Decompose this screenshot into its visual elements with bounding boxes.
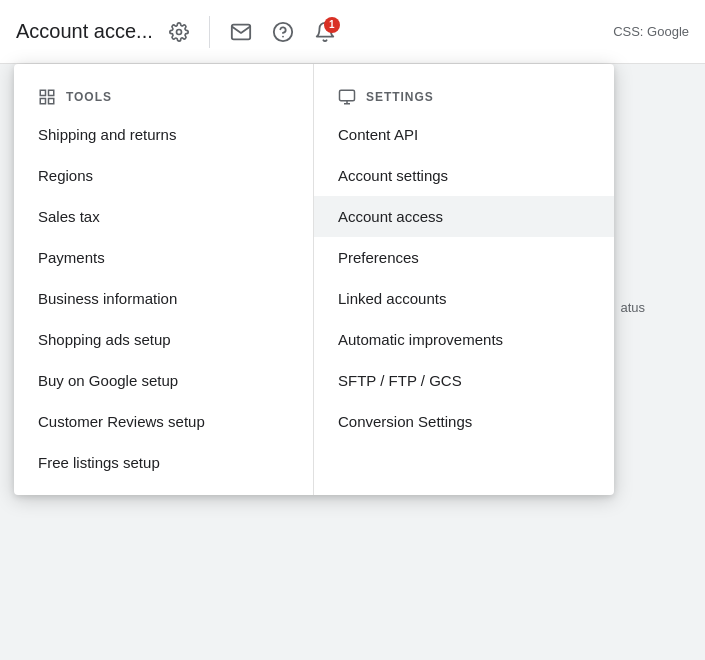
menu-item-regions[interactable]: Regions	[14, 155, 313, 196]
menu-item-content-api[interactable]: Content API	[314, 114, 614, 155]
menu-item-automatic-improvements[interactable]: Automatic improvements	[314, 319, 614, 360]
menu-item-business-info[interactable]: Business information	[14, 278, 313, 319]
menu-item-sftp[interactable]: SFTP / FTP / GCS	[314, 360, 614, 401]
icon-buttons: 1	[222, 13, 344, 51]
help-icon	[272, 21, 294, 43]
svg-rect-6	[40, 99, 45, 104]
settings-section-header: SETTINGS	[314, 76, 614, 114]
svg-rect-4	[49, 90, 54, 95]
notification-button[interactable]: 1	[306, 13, 344, 51]
menu-item-account-access[interactable]: Account access	[314, 196, 614, 237]
svg-rect-5	[49, 99, 54, 104]
menu-item-shipping[interactable]: Shipping and returns	[14, 114, 313, 155]
svg-rect-7	[340, 90, 355, 101]
help-button[interactable]	[264, 13, 302, 51]
mail-icon	[230, 21, 252, 43]
css-label: CSS: Google	[613, 24, 689, 39]
menu-item-payments[interactable]: Payments	[14, 237, 313, 278]
menu-item-conversion-settings[interactable]: Conversion Settings	[314, 401, 614, 442]
notification-badge: 1	[324, 17, 340, 33]
page-title: Account acce...	[16, 20, 153, 43]
menu-item-linked-accounts[interactable]: Linked accounts	[314, 278, 614, 319]
svg-rect-3	[40, 90, 45, 95]
top-bar: Account acce... 1	[0, 0, 705, 64]
tools-header-label: TOOLS	[66, 90, 112, 104]
menu-item-buy-google[interactable]: Buy on Google setup	[14, 360, 313, 401]
settings-column: SETTINGS Content API Account settings Ac…	[314, 64, 614, 495]
tools-column: TOOLS Shipping and returns Regions Sales…	[14, 64, 314, 495]
mail-button[interactable]	[222, 13, 260, 51]
menu-item-sales-tax[interactable]: Sales tax	[14, 196, 313, 237]
gear-icon	[169, 22, 189, 42]
menu-item-preferences[interactable]: Preferences	[314, 237, 614, 278]
settings-icon	[338, 88, 356, 106]
settings-header-label: SETTINGS	[366, 90, 434, 104]
dropdown-menu: TOOLS Shipping and returns Regions Sales…	[14, 64, 614, 495]
menu-item-free-listings[interactable]: Free listings setup	[14, 442, 313, 483]
status-label: atus	[620, 300, 645, 315]
tools-icon	[38, 88, 56, 106]
tools-section-header: TOOLS	[14, 76, 313, 114]
menu-item-customer-reviews[interactable]: Customer Reviews setup	[14, 401, 313, 442]
menu-item-account-settings[interactable]: Account settings	[314, 155, 614, 196]
divider	[209, 16, 210, 48]
svg-point-0	[176, 29, 181, 34]
gear-button[interactable]	[161, 14, 197, 50]
menu-item-shopping-ads[interactable]: Shopping ads setup	[14, 319, 313, 360]
